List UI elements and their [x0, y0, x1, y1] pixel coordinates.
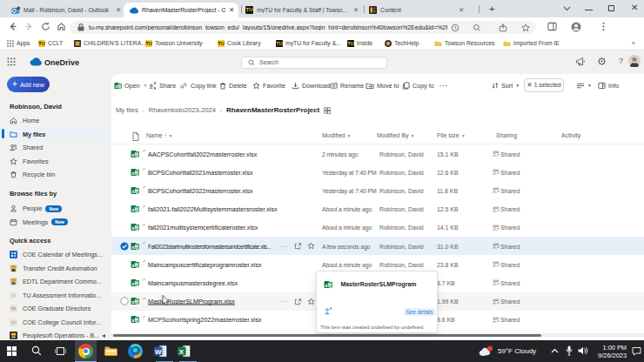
svg-text:X: X: [179, 348, 184, 356]
svg-text:x: x: [115, 83, 117, 88]
svg-text:W: W: [155, 348, 162, 356]
